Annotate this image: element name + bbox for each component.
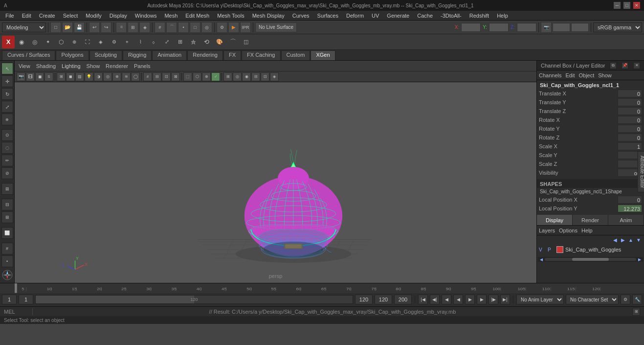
- vp-menu-show[interactable]: Show: [87, 63, 100, 69]
- minimize-button[interactable]: ─: [614, 2, 621, 9]
- select-tool-button[interactable]: ↖: [1, 63, 13, 74]
- snap-view-button[interactable]: □: [190, 22, 200, 33]
- menu-generate[interactable]: Generate: [383, 12, 413, 19]
- play-backward-button[interactable]: ◀: [453, 295, 463, 304]
- vp-menu-panels[interactable]: Panels: [134, 63, 151, 69]
- playback-end-input[interactable]: [375, 295, 392, 304]
- shelf-icon-14[interactable]: ⛤: [187, 36, 200, 48]
- layer-scrollbar[interactable]: ◀ ▶: [538, 257, 643, 262]
- layer-arrow-down[interactable]: ▼: [635, 236, 642, 243]
- rotate-tool-button[interactable]: ↻: [1, 88, 13, 100]
- tab-polygons[interactable]: Polygons: [56, 50, 89, 60]
- layer-p-toggle[interactable]: P: [548, 247, 555, 253]
- camera-button[interactable]: 📷: [541, 22, 552, 33]
- layer-scroll-left[interactable]: ◀: [538, 256, 545, 263]
- go-first-button[interactable]: |◀: [418, 295, 428, 304]
- lasso-button[interactable]: ◌: [1, 142, 13, 154]
- shelf-icon-6[interactable]: ⛶: [81, 36, 94, 48]
- snap-point-button2[interactable]: •: [1, 255, 13, 267]
- menu-create[interactable]: Create: [36, 12, 59, 19]
- snap-toggle-button[interactable]: #: [1, 243, 13, 254]
- anim-prefs-button[interactable]: ⚙: [621, 295, 630, 304]
- show-manip-button[interactable]: ⊞: [1, 183, 13, 195]
- menu-mesh-tools[interactable]: Mesh Tools: [214, 12, 247, 19]
- vp-more1[interactable]: ⊞: [223, 72, 232, 81]
- translate-x-value[interactable]: 0: [618, 90, 642, 97]
- val2-input[interactable]: 1.00: [571, 23, 589, 32]
- vp-safe-btn[interactable]: ⊠: [171, 72, 180, 81]
- ipr-button[interactable]: IPR: [240, 22, 251, 33]
- tab-curves-surfaces[interactable]: Curves / Surfaces: [2, 50, 55, 60]
- scale-x-value[interactable]: 1: [618, 142, 642, 150]
- attribute-editor-tab[interactable]: Attribute Editor: [637, 151, 644, 192]
- frame-end-input[interactable]: [355, 295, 373, 304]
- shelf-icon-1[interactable]: ◉: [15, 36, 28, 48]
- render-settings-button[interactable]: ⚙: [217, 22, 227, 33]
- channel-box-pin-btn[interactable]: 📌: [622, 62, 628, 69]
- menu-edit-mesh[interactable]: Edit Mesh: [182, 12, 213, 19]
- menu-3dto[interactable]: -3DtoAll-: [437, 12, 465, 19]
- vp-iso-btn[interactable]: ⬡: [193, 72, 201, 81]
- menu-help[interactable]: Help: [493, 12, 511, 19]
- menu-deform[interactable]: Deform: [343, 12, 367, 19]
- rotate-x-value[interactable]: 0: [618, 116, 642, 124]
- vp-dof-btn[interactable]: ◯: [131, 72, 140, 81]
- vp-more5[interactable]: ⊡: [261, 72, 269, 81]
- vp-shadow-btn[interactable]: ◑: [94, 72, 103, 81]
- go-last-button[interactable]: ▶|: [500, 295, 510, 304]
- layer-v-toggle[interactable]: V: [539, 247, 546, 253]
- shelf-icon-16[interactable]: 🎨: [213, 36, 226, 48]
- vp-stop-btn[interactable]: ⏹: [35, 72, 44, 81]
- y-input[interactable]: [489, 23, 509, 32]
- play-forward-button[interactable]: ▶: [465, 295, 475, 304]
- shelf-icon-10[interactable]: ⌇: [134, 36, 147, 48]
- vp-gate-btn[interactable]: ⊡: [162, 72, 171, 81]
- menu-select[interactable]: Select: [60, 12, 82, 19]
- tab-custom[interactable]: Custom: [281, 50, 311, 60]
- vp-select-all-btn[interactable]: ⬚: [183, 72, 192, 81]
- val1-input[interactable]: 0.00: [553, 23, 570, 32]
- undo-button[interactable]: ↩: [89, 22, 100, 33]
- vp-menu-shading[interactable]: Shading: [36, 63, 56, 69]
- snap-curve-button[interactable]: ⌒: [166, 22, 177, 33]
- vp-aa-btn[interactable]: ⊕: [112, 72, 121, 81]
- srgb-dropdown[interactable]: sRGB gamma: [593, 23, 642, 32]
- next-frame-button[interactable]: |▶: [489, 295, 498, 304]
- tab-rigging[interactable]: Rigging: [123, 50, 152, 60]
- vp-menu-lighting[interactable]: Lighting: [62, 63, 81, 69]
- snap-point-button[interactable]: •: [178, 22, 189, 33]
- layer-scroll-right[interactable]: ▶: [636, 256, 643, 263]
- next-key-button[interactable]: ▶: [477, 295, 487, 304]
- menu-redshift[interactable]: Redshift: [466, 12, 492, 19]
- menu-windows[interactable]: Windows: [132, 12, 160, 19]
- new-file-button[interactable]: □: [50, 22, 61, 33]
- display-tab-render[interactable]: Render: [573, 215, 608, 225]
- vp-smooth-btn[interactable]: ◼: [66, 72, 75, 81]
- current-frame-input[interactable]: [2, 295, 17, 304]
- menu-surfaces[interactable]: Surfaces: [314, 12, 342, 19]
- vp-textured-btn[interactable]: ▨: [75, 72, 84, 81]
- move-tool-button[interactable]: ✛: [1, 75, 13, 87]
- shelf-icon-8[interactable]: ⚙: [108, 36, 120, 48]
- menu-uv[interactable]: UV: [368, 12, 382, 19]
- shelf-icon-18[interactable]: ◫: [240, 36, 252, 48]
- vp-camera-btn[interactable]: 📷: [17, 72, 25, 81]
- xgen-shelf-x-btn[interactable]: X: [2, 36, 15, 48]
- vp-lights-btn[interactable]: 💡: [85, 72, 93, 81]
- vp-menu-renderer[interactable]: Renderer: [106, 63, 128, 69]
- vp-grid-btn[interactable]: #: [143, 72, 152, 81]
- layer-btn1[interactable]: ⊟: [1, 199, 13, 210]
- tab-sculpting[interactable]: Sculpting: [89, 50, 122, 60]
- local-pos-x-value[interactable]: 0: [618, 196, 642, 204]
- snap-live-button[interactable]: ◎: [201, 22, 212, 33]
- tab-fx-caching[interactable]: FX Caching: [242, 50, 280, 60]
- maximize-button[interactable]: □: [623, 2, 630, 9]
- open-file-button[interactable]: 📂: [62, 22, 73, 33]
- layer-btn2[interactable]: ⊞: [1, 211, 13, 223]
- tab-animation[interactable]: Animation: [152, 50, 187, 60]
- save-file-button[interactable]: 💾: [74, 22, 85, 33]
- anim-tools-button[interactable]: 🔧: [632, 295, 642, 304]
- translate-y-value[interactable]: 0: [618, 98, 642, 106]
- z-input[interactable]: [517, 23, 536, 32]
- shelf-icon-7[interactable]: ◈: [94, 36, 107, 48]
